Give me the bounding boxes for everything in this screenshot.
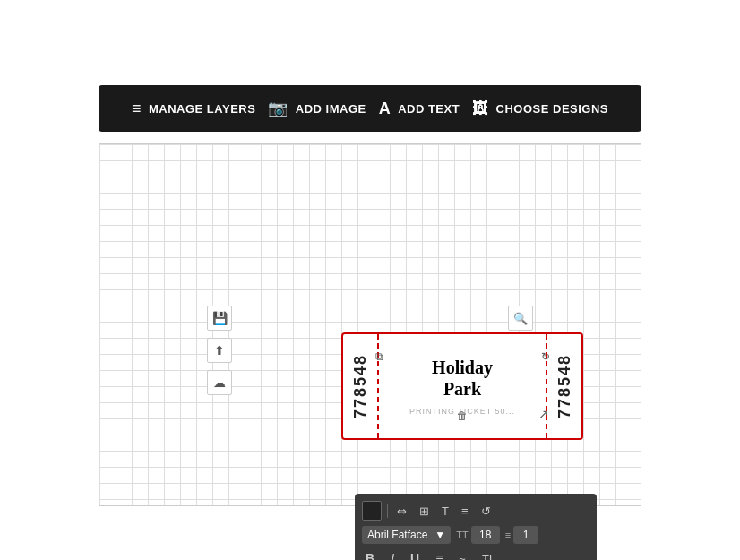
ticket-main: ⧉ ↻ Holiday Park PRINTING TICKET 50... 🗑… bbox=[379, 357, 546, 416]
upload-button[interactable]: ⬆ bbox=[207, 338, 232, 363]
save-icon: 💾 bbox=[212, 311, 228, 325]
toolbar-row-1: ⇔ ⊞ T ≡ ↺ bbox=[362, 501, 589, 521]
text-t-button[interactable]: T bbox=[438, 503, 452, 520]
font-size-input[interactable] bbox=[471, 526, 500, 544]
ticket-title: Holiday Park bbox=[432, 357, 493, 400]
cloud-button[interactable]: ☁ bbox=[207, 370, 232, 395]
choose-designs-button[interactable]: 🖼 CHOOSE DESIGNS bbox=[472, 99, 608, 118]
designs-icon: 🖼 bbox=[472, 99, 489, 118]
font-dropdown-arrow: ▼ bbox=[435, 529, 445, 541]
flip-h-button[interactable]: ⇔ bbox=[393, 503, 410, 520]
strikethrough-button[interactable]: ~ bbox=[455, 550, 469, 561]
ticket-title-line1: Holiday bbox=[432, 358, 493, 377]
cloud-icon: ☁ bbox=[213, 375, 226, 390]
camera-icon: 📷 bbox=[268, 99, 288, 118]
add-text-button[interactable]: A ADD TEXT bbox=[379, 99, 460, 118]
handle-delete[interactable]: 🗑 bbox=[453, 407, 471, 425]
zoom-in-button[interactable]: 🔍 bbox=[508, 306, 533, 331]
font-name: Abril Fatface bbox=[367, 529, 427, 541]
line-height-input[interactable] bbox=[513, 526, 538, 544]
line-height-icon: ≡ bbox=[505, 530, 511, 540]
upload-icon: ⬆ bbox=[214, 343, 225, 358]
manage-layers-label: MANAGE LAYERS bbox=[149, 102, 255, 116]
ticket-stub-right: 778548 bbox=[546, 334, 581, 438]
toolbar-row-3: B I U ≡ ~ TI bbox=[362, 549, 589, 560]
choose-designs-label: CHOOSE DESIGNS bbox=[496, 102, 608, 116]
add-text-label: ADD TEXT bbox=[398, 102, 460, 116]
align-text-button[interactable]: ≡ bbox=[432, 549, 446, 560]
canvas-area: 💾 ⬆ ☁ 🔍 🔍 ↺ 778548 bbox=[99, 143, 641, 506]
layers-icon: ≡ bbox=[132, 99, 142, 118]
font-size-icon: TT bbox=[456, 530, 468, 540]
underline-button[interactable]: U bbox=[407, 549, 423, 560]
separator-1 bbox=[387, 504, 388, 518]
toolbar-row-2: Abril Fatface ▼ TT ≡ bbox=[362, 526, 589, 544]
add-image-label: ADD IMAGE bbox=[296, 102, 366, 116]
ticket-title-line2: Park bbox=[443, 379, 481, 399]
stub-number-left: 778548 bbox=[351, 354, 370, 418]
grid-button[interactable]: ⊞ bbox=[416, 503, 433, 520]
handle-copy[interactable]: ⧉ bbox=[370, 348, 388, 366]
add-image-button[interactable]: 📷 ADD IMAGE bbox=[268, 99, 366, 118]
text-icon: A bbox=[379, 99, 392, 118]
rotate-icon-btn[interactable]: ↺ bbox=[478, 503, 495, 520]
font-selector[interactable]: Abril Fatface ▼ bbox=[362, 526, 451, 544]
top-navigation: ≡ MANAGE LAYERS 📷 ADD IMAGE A ADD TEXT 🖼… bbox=[99, 85, 641, 132]
text-toolbar: ⇔ ⊞ T ≡ ↺ Abril Fatface ▼ TT ≡ bbox=[355, 494, 597, 560]
color-picker[interactable] bbox=[362, 501, 382, 521]
ticket-container[interactable]: 778548 ⧉ ↻ Holiday Park PRINTING TICKET … bbox=[341, 332, 583, 440]
save-button[interactable]: 💾 bbox=[207, 306, 232, 331]
zoom-in-icon: 🔍 bbox=[513, 312, 528, 325]
italic-button[interactable]: I bbox=[387, 549, 398, 560]
ticket: 778548 ⧉ ↻ Holiday Park PRINTING TICKET … bbox=[341, 332, 583, 440]
left-toolbar: 💾 ⬆ ☁ bbox=[207, 306, 232, 395]
manage-layers-button[interactable]: ≡ MANAGE LAYERS bbox=[132, 99, 255, 118]
stub-number-right: 778548 bbox=[555, 354, 574, 418]
text-transform-button[interactable]: TI bbox=[478, 550, 496, 561]
align-button[interactable]: ≡ bbox=[458, 503, 472, 520]
bold-button[interactable]: B bbox=[362, 549, 378, 560]
